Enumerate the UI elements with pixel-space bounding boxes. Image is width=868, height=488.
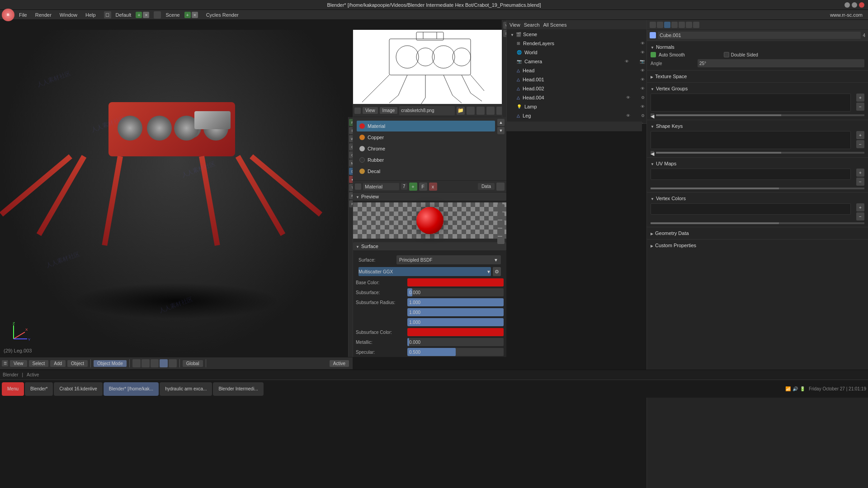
leg-extra[interactable]: ⚙ — [641, 113, 646, 118]
vg-remove-btn[interactable]: − — [856, 103, 864, 111]
uvm-remove-btn[interactable]: − — [856, 178, 864, 186]
menu-window[interactable]: Window — [56, 11, 81, 19]
surface-type-select[interactable]: Principled BSDF ▼ — [396, 255, 501, 264]
outliner-head002[interactable]: △ Head.002 👁 — [507, 84, 646, 93]
outliner-view-label[interactable]: View — [509, 22, 520, 28]
outliner-head004[interactable]: △ Head.004 👁 ⚙ — [507, 93, 646, 102]
shape-keys-header[interactable]: Shape Keys — [647, 122, 868, 130]
menu-file[interactable]: File — [15, 11, 31, 19]
vc-remove-btn[interactable]: − — [856, 212, 864, 221]
view-menu[interactable]: View — [10, 360, 27, 367]
mat-delete-btn[interactable]: x — [429, 183, 437, 191]
outliner-lamp[interactable]: 💡 Lamp 👁 — [507, 102, 646, 111]
viewport-btn-2[interactable] — [142, 359, 150, 367]
sk-add-btn[interactable]: + — [856, 131, 864, 139]
obj-icon7[interactable] — [693, 22, 699, 28]
subsurf-r2-input[interactable]: 1.000 — [407, 308, 504, 316]
menu-help[interactable]: Help — [82, 11, 99, 19]
angle-input[interactable]: 25° — [698, 59, 864, 67]
leg-eye[interactable]: 👁 — [626, 113, 639, 118]
lamp-eye[interactable]: 👁 — [641, 104, 646, 109]
add-scene-btn[interactable]: + — [184, 12, 191, 18]
auto-smooth-checkbox[interactable] — [651, 52, 656, 57]
surface-section-header[interactable]: Surface — [353, 242, 506, 250]
task-menu[interactable]: Menu — [2, 382, 24, 396]
specular-input[interactable]: 0.500 — [407, 348, 504, 356]
mat-chrome[interactable]: Chrome — [357, 143, 495, 154]
blender-logo[interactable]: B — [2, 9, 14, 21]
render-engine[interactable]: Cycles Render — [203, 11, 242, 19]
render-icon-3[interactable] — [476, 107, 485, 115]
subsurf-r3-input[interactable]: 1.000 — [407, 318, 504, 326]
outliner-scene[interactable]: 🎬 Scene — [507, 30, 646, 39]
texture-space-header[interactable]: Texture Space — [647, 72, 868, 80]
sk-scroll-left[interactable]: ◀ — [651, 151, 654, 155]
distribution-options[interactable]: ⚙ — [493, 267, 501, 276]
object-menu[interactable]: Object — [67, 360, 88, 367]
render-filename[interactable]: crabsketch8.png — [399, 106, 455, 115]
render-menu-icon[interactable] — [354, 108, 361, 114]
mat-up-btn[interactable]: ▲ — [497, 119, 505, 126]
remove-scene-btn[interactable]: × — [192, 12, 198, 18]
outliner-scene-select[interactable]: All Scenes — [543, 22, 644, 28]
outliner-search-label[interactable]: Search — [524, 22, 540, 28]
geometry-data-header[interactable]: Geometry Data — [647, 229, 868, 237]
head004-extra[interactable]: ⚙ — [641, 95, 646, 100]
mat-f-btn[interactable]: F — [419, 183, 427, 191]
world-eye[interactable]: 👁 — [641, 50, 646, 55]
vg-scroll-left[interactable]: ◀ — [651, 113, 654, 117]
head001-eye[interactable]: 👁 — [641, 77, 646, 82]
main-viewport[interactable]: 人人素材社区 人人素材社区 人人素材社区 人人素材社区 人人素材社区 X Z Y… — [0, 30, 353, 357]
sk-remove-btn[interactable]: − — [856, 140, 864, 148]
uvm-add-btn[interactable]: + — [856, 169, 864, 177]
custom-props-header[interactable]: Custom Properties — [647, 241, 868, 249]
task-blender-inter[interactable]: Blender Intermedi... — [213, 382, 263, 396]
base-color-input[interactable] — [407, 278, 504, 286]
uv-maps-header[interactable]: UV Maps — [647, 160, 868, 168]
viewport-btn-3[interactable] — [151, 359, 159, 367]
mat-down-btn[interactable]: ▼ — [497, 127, 505, 134]
obj-icon6[interactable] — [686, 22, 692, 28]
viewport-btn-5[interactable] — [169, 359, 177, 367]
mat-copper[interactable]: Copper — [357, 132, 495, 143]
outliner-world[interactable]: 🌐 World 👁 — [507, 48, 646, 57]
add-menu[interactable]: Add — [50, 360, 66, 367]
vc-add-btn[interactable]: + — [856, 203, 864, 211]
scene-label[interactable]: Scene — [162, 11, 183, 19]
head002-eye[interactable]: 👁 — [641, 86, 646, 91]
add-layout-btn[interactable]: + — [136, 12, 142, 18]
distribution-select[interactable]: Multiscatter GGX ▼ — [359, 267, 491, 276]
vg-add-btn[interactable]: + — [856, 94, 864, 102]
object-mode-select[interactable]: Object Mode — [94, 360, 127, 367]
task-kdenlive[interactable]: Crabot 16.kdenlive — [54, 382, 102, 396]
subsurface-input[interactable]: 0.000 — [407, 288, 504, 296]
metallic-input[interactable]: 0.000 — [407, 338, 504, 346]
preview-section-header[interactable]: Preview — [353, 192, 506, 201]
outliner-head001[interactable]: △ Head.001 👁 — [507, 75, 646, 84]
head004-eye[interactable]: 👁 — [626, 95, 639, 100]
outliner-renderlayers[interactable]: ⊞ RenderLayers 👁 — [507, 39, 646, 48]
task-blender2[interactable]: Blender* [/home/kak... — [104, 382, 159, 396]
outliner-leg[interactable]: △ Leg 👁 ⚙ — [507, 111, 646, 120]
camera-render[interactable]: 📷 — [640, 59, 646, 64]
task-blender1[interactable]: Blender* — [25, 382, 53, 396]
preview-btn-5[interactable] — [497, 237, 505, 244]
renderlayers-eye[interactable]: 👁 — [641, 41, 646, 46]
outliner-head[interactable]: △ Head 👁 — [507, 66, 646, 75]
obj-icon1[interactable] — [650, 22, 656, 28]
obj-icon2[interactable] — [657, 22, 663, 28]
maximize-btn[interactable] — [852, 2, 857, 8]
minimize-btn[interactable] — [844, 2, 850, 8]
mat-material[interactable]: Material — [357, 121, 495, 131]
render-icon-4[interactable] — [486, 107, 495, 115]
obj-icon3[interactable] — [664, 22, 670, 28]
preview-btn-2[interactable] — [497, 212, 505, 220]
mat-add-btn[interactable]: + — [409, 183, 417, 191]
layout-label[interactable]: Default — [112, 11, 135, 19]
render-icon-2[interactable] — [467, 107, 475, 115]
mat-decal[interactable]: Decal — [357, 166, 495, 177]
normals-header[interactable]: Normals — [647, 43, 868, 51]
obj-icon4[interactable] — [671, 22, 678, 28]
viewport-menu-icon[interactable]: ☰ — [2, 360, 8, 366]
render-view-btn[interactable]: View — [363, 107, 378, 114]
